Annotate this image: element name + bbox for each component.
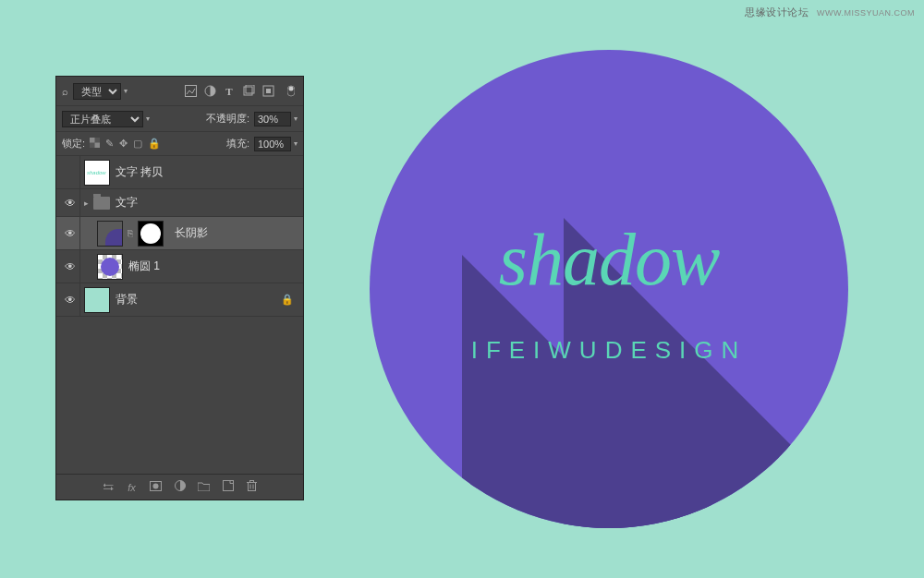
svg-rect-2 <box>244 87 252 95</box>
layer-name-label: 文字 拷贝 <box>116 164 163 180</box>
layer-thumbnail <box>84 287 110 313</box>
eye-icon: 👁 <box>65 294 76 307</box>
svg-rect-19 <box>250 481 254 483</box>
layer-name-label: 背景 <box>116 292 138 307</box>
eye-icon: 👁 <box>65 197 76 210</box>
visibility-toggle[interactable]: 👁 <box>60 217 80 249</box>
watermark-sub: WWW.MISSYUAN.COM <box>817 8 915 18</box>
panel-footer: ⮀ fx <box>56 474 303 500</box>
svg-rect-5 <box>266 89 271 93</box>
ellipse-shape: shadow IFEIWUDESIGN <box>370 50 848 528</box>
svg-point-12 <box>153 483 159 488</box>
filter-shape-icon[interactable] <box>242 85 255 98</box>
layers-list: shadow 文字 拷贝 👁 ▸ 文字 👁 ⎘ 长阴影 👁 <box>56 156 303 474</box>
mask-link-icon[interactable]: ⎘ <box>126 228 135 238</box>
layer-item-ellipse[interactable]: 👁 椭圆 1 <box>56 250 303 283</box>
new-layer-icon[interactable] <box>222 480 235 494</box>
chevron-down-icon: ▾ <box>124 87 128 95</box>
filter-smart-icon[interactable] <box>261 85 274 98</box>
trash-icon[interactable] <box>246 480 259 494</box>
layer-name-label: 椭圆 1 <box>128 259 160 274</box>
search-icon: ⌕ <box>62 86 68 97</box>
blend-opacity-row: 正片叠底 ▾ 不透明度: ▾ <box>56 106 303 132</box>
svg-rect-15 <box>249 483 256 491</box>
svg-rect-9 <box>90 138 95 143</box>
chevron-down-icon: ▾ <box>146 114 150 123</box>
svg-rect-10 <box>95 143 101 149</box>
visibility-toggle[interactable] <box>60 156 80 188</box>
layer-item-text-copy[interactable]: shadow 文字 拷贝 <box>56 156 303 189</box>
opacity-label: 不透明度: <box>206 112 249 126</box>
blend-mode-select[interactable]: 正片叠底 <box>62 111 143 127</box>
filter-toggle-icon[interactable] <box>285 85 298 98</box>
fx-icon[interactable]: fx <box>126 482 139 493</box>
layer-item-background[interactable]: 👁 背景 🔒 <box>56 283 303 317</box>
fill-label: 填充: <box>226 137 249 151</box>
lock-position-icon[interactable]: ✥ <box>119 138 128 150</box>
canvas-preview: shadow IFEIWUDESIGN <box>370 50 848 528</box>
expand-chevron-icon[interactable]: ▸ <box>84 199 93 208</box>
opacity-input[interactable] <box>254 112 291 126</box>
layer-name-label: 文字 <box>116 195 138 211</box>
filter-image-icon[interactable] <box>184 85 197 98</box>
fill-input[interactable] <box>254 137 291 151</box>
art-subtitle-text: IFEIWUDESIGN <box>370 336 848 365</box>
chevron-down-icon[interactable]: ▾ <box>294 139 298 148</box>
layer-thumbnail <box>97 254 123 280</box>
adjustment-icon[interactable] <box>174 480 187 494</box>
group-icon[interactable] <box>198 481 211 494</box>
lock-icon[interactable]: 🔒 <box>281 294 294 306</box>
lock-all-icon[interactable]: 🔒 <box>148 138 161 150</box>
link-layers-icon[interactable]: ⮀ <box>102 481 115 494</box>
watermark: 思缘设计论坛 WWW.MISSYUAN.COM <box>745 6 915 19</box>
lock-artboard-icon[interactable]: ▢ <box>133 138 142 150</box>
filter-row: ⌕ 类型 ▾ T <box>56 77 303 106</box>
layer-kind-filter[interactable]: 类型 <box>73 83 121 100</box>
eye-icon: 👁 <box>65 260 76 273</box>
visibility-toggle[interactable]: 👁 <box>60 189 80 216</box>
layer-thumbnail-masked: ⎘ <box>97 221 164 247</box>
layer-item-long-shadow[interactable]: 👁 ⎘ 长阴影 <box>56 217 303 250</box>
watermark-main: 思缘设计论坛 <box>745 6 808 18</box>
layer-name-label: 长阴影 <box>175 225 208 241</box>
lock-label: 锁定: <box>62 137 85 151</box>
svg-rect-3 <box>246 85 254 93</box>
art-title-text: shadow <box>370 218 848 302</box>
folder-icon <box>93 197 110 210</box>
visibility-toggle[interactable]: 👁 <box>60 283 80 316</box>
eye-icon: 👁 <box>65 227 76 240</box>
chevron-down-icon[interactable]: ▾ <box>294 114 298 123</box>
svg-rect-14 <box>223 481 233 491</box>
lock-icons-group: ✎ ✥ ▢ 🔒 <box>90 138 161 150</box>
layer-item-text-folder[interactable]: 👁 ▸ 文字 <box>56 189 303 217</box>
svg-point-7 <box>289 87 294 91</box>
mask-icon[interactable] <box>150 481 163 494</box>
lock-pixels-icon[interactable]: ✎ <box>105 138 114 150</box>
filter-text-icon[interactable]: T <box>223 85 236 98</box>
svg-rect-0 <box>185 86 196 97</box>
filter-icons: T <box>184 85 298 98</box>
filter-adjust-icon[interactable] <box>203 85 216 98</box>
layer-thumbnail: shadow <box>84 160 110 186</box>
visibility-toggle[interactable]: 👁 <box>60 250 80 283</box>
lock-fill-row: 锁定: ✎ ✥ ▢ 🔒 填充: ▾ <box>56 132 303 156</box>
lock-transparency-icon[interactable] <box>90 138 100 150</box>
layers-panel: ⌕ 类型 ▾ T 正片叠底 ▾ 不透明度: ▾ 锁定: ✎ ✥ ▢ <box>55 76 304 500</box>
